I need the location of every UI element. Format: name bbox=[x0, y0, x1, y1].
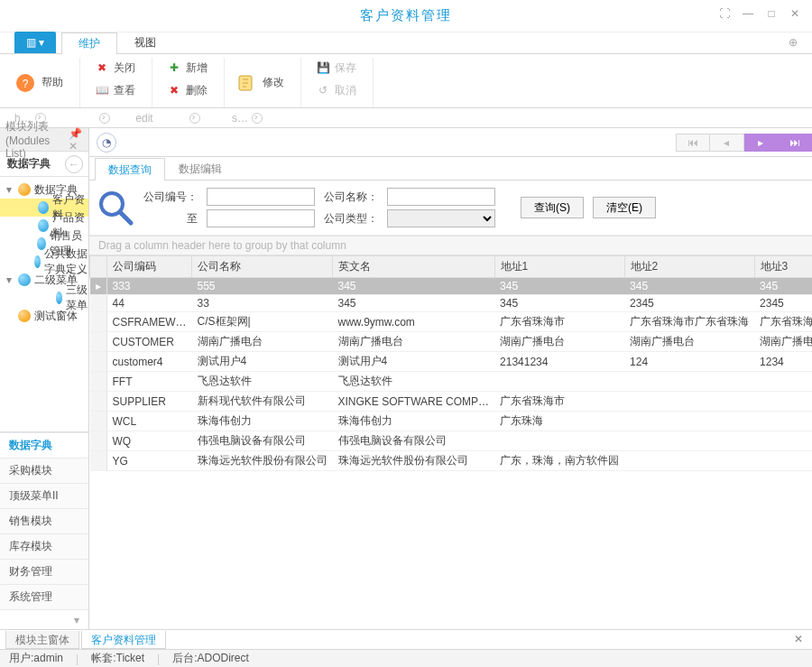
doc-tab-close-icon[interactable]: ✕ bbox=[794, 633, 803, 645]
ribbon-collapse-icon[interactable]: ⊕ bbox=[789, 36, 798, 49]
clear-button[interactable]: 清空(E) bbox=[593, 197, 656, 218]
maximize-button[interactable]: □ bbox=[760, 4, 783, 23]
tree-node[interactable]: 公共数据字典定义 bbox=[0, 253, 88, 271]
pin-icon[interactable]: 📌 ✕ bbox=[69, 127, 83, 153]
company-name-input[interactable] bbox=[387, 188, 495, 206]
cell[interactable]: 345 bbox=[333, 295, 495, 312]
sidebar-group[interactable]: 财务管理 bbox=[0, 559, 88, 584]
cell[interactable] bbox=[624, 431, 754, 451]
view-button[interactable]: 📖查看 bbox=[91, 80, 139, 100]
sidebar-more-button[interactable]: ▾ bbox=[0, 609, 88, 629]
ribbon-tab-maintain[interactable]: 维护 bbox=[61, 32, 117, 54]
cell[interactable]: 345 bbox=[624, 278, 754, 295]
cell[interactable]: 345 bbox=[754, 278, 812, 295]
sidebar-group[interactable]: 采购模块 bbox=[0, 458, 88, 483]
minimize-button[interactable]: — bbox=[736, 4, 760, 23]
cell[interactable]: 珠海伟创力 bbox=[333, 412, 495, 431]
cell[interactable]: 珠海远光软件股份有限公司 bbox=[192, 451, 333, 471]
cell[interactable]: WCL bbox=[106, 412, 192, 431]
cell[interactable] bbox=[624, 412, 754, 431]
cell[interactable]: 湖南广播电台 bbox=[192, 332, 333, 352]
column-header[interactable]: 公司名称 bbox=[192, 256, 333, 278]
cell[interactable]: 2345 bbox=[624, 295, 754, 312]
cell[interactable]: 珠海远光软件股份有限公司 bbox=[333, 451, 495, 471]
ribbon-file-button[interactable]: ▥ ▾ bbox=[14, 32, 56, 53]
cell[interactable]: 广东省珠海市广东省珠海 bbox=[624, 312, 754, 332]
table-row[interactable]: YG珠海远光软件股份有限公司珠海远光软件股份有限公司广东，珠海，南方软件园 bbox=[90, 451, 813, 471]
sidebar-group[interactable]: 数据字典 bbox=[0, 432, 88, 458]
cell[interactable]: 33 bbox=[192, 295, 333, 312]
cell[interactable]: C/S框架网| bbox=[192, 312, 333, 332]
table-row[interactable]: WCL珠海伟创力珠海伟创力广东珠海 bbox=[90, 412, 813, 431]
add-button[interactable]: ✚新增 bbox=[163, 58, 211, 78]
cell[interactable]: 广东省珠海 bbox=[754, 312, 812, 332]
cell[interactable] bbox=[754, 451, 812, 471]
cell[interactable]: 124 bbox=[624, 352, 754, 372]
nav-next-button[interactable]: ▸ bbox=[744, 134, 779, 152]
cell[interactable]: 新科现代软件有限公司 bbox=[192, 392, 333, 412]
launcher-icon[interactable] bbox=[252, 113, 263, 124]
help-button[interactable]: ? 帮助 bbox=[14, 72, 63, 94]
cell[interactable] bbox=[494, 431, 624, 451]
expand-icon[interactable]: ▾ bbox=[4, 183, 14, 196]
cell[interactable]: CSFRAMEW… bbox=[106, 312, 192, 332]
cell[interactable] bbox=[624, 392, 754, 412]
tree-node[interactable]: 测试窗体 bbox=[0, 307, 88, 325]
cell[interactable]: 湖南广播电台 bbox=[494, 332, 624, 352]
cell[interactable] bbox=[624, 451, 754, 471]
table-row[interactable]: CUSTOMER湖南广播电台湖南广播电台湖南广播电台湖南广播电台湖南广播电 bbox=[90, 332, 813, 352]
sidebar-group[interactable]: 销售模块 bbox=[0, 508, 88, 533]
cell[interactable]: 伟强电脑设备有限公司 bbox=[333, 431, 495, 451]
table-row[interactable]: SUPPLIER新科现代软件有限公司XINGKE SOFTWARE COMP…广… bbox=[90, 392, 813, 412]
table-row[interactable]: CSFRAMEW…C/S框架网|www.9ymw.com广东省珠海市广东省珠海市… bbox=[90, 312, 813, 332]
back-icon[interactable]: ← bbox=[65, 155, 83, 173]
cell[interactable]: 湖南广播电台 bbox=[624, 332, 754, 352]
cell[interactable]: 飞恩达软件 bbox=[333, 372, 495, 392]
cell[interactable]: FFT bbox=[106, 372, 192, 392]
cell[interactable]: XINGKE SOFTWARE COMP… bbox=[333, 392, 495, 412]
cell[interactable]: 飞恩达软件 bbox=[192, 372, 333, 392]
sidebar-group[interactable]: 库存模块 bbox=[0, 533, 88, 559]
cell[interactable] bbox=[754, 372, 812, 392]
close-button[interactable]: ✖关闭 bbox=[91, 58, 139, 78]
cell[interactable]: 345 bbox=[494, 278, 624, 295]
cell[interactable]: YG bbox=[106, 451, 192, 471]
company-code-from-input[interactable] bbox=[207, 188, 315, 206]
cell[interactable]: customer4 bbox=[106, 352, 192, 372]
column-header[interactable]: 地址3 bbox=[754, 256, 812, 278]
cell[interactable]: www.9ymw.com bbox=[333, 312, 495, 332]
launcher-icon[interactable] bbox=[189, 113, 200, 124]
tree-node[interactable]: 三级菜单 bbox=[0, 289, 88, 307]
cell[interactable]: 21341234 bbox=[494, 352, 624, 372]
focus-mode-icon[interactable]: ⛶ bbox=[713, 4, 736, 23]
cell[interactable]: 湖南广播电 bbox=[754, 332, 812, 352]
cell[interactable]: WQ bbox=[106, 431, 192, 451]
query-button[interactable]: 查询(S) bbox=[521, 197, 584, 218]
column-header[interactable]: 地址2 bbox=[624, 256, 754, 278]
cell[interactable]: 测试用户4 bbox=[333, 352, 495, 372]
sidebar-group[interactable]: 系统管理 bbox=[0, 584, 88, 609]
doc-tab-main[interactable]: 模块主窗体 bbox=[5, 631, 79, 649]
cell[interactable]: 555 bbox=[192, 278, 333, 295]
sidebar-group[interactable]: 顶级菜单II bbox=[0, 483, 88, 508]
data-grid[interactable]: 公司编码公司名称英文名地址1地址2地址3▸3335553453453453454… bbox=[89, 255, 812, 629]
ribbon-tab-view[interactable]: 视图 bbox=[117, 32, 173, 53]
cell[interactable] bbox=[754, 392, 812, 412]
cell[interactable]: 广东省珠海市 bbox=[494, 312, 624, 332]
doc-tab-customer[interactable]: 客户资料管理 bbox=[81, 631, 166, 649]
launcher-icon[interactable] bbox=[99, 113, 110, 124]
cell[interactable]: 345 bbox=[333, 278, 495, 295]
cell[interactable]: 1234 bbox=[754, 352, 812, 372]
cell[interactable] bbox=[494, 372, 624, 392]
nav-prev-button[interactable]: ◂ bbox=[710, 134, 744, 152]
table-row[interactable]: WQ伟强电脑设备有限公司伟强电脑设备有限公司 bbox=[90, 431, 813, 451]
company-type-select[interactable] bbox=[387, 209, 495, 227]
cell[interactable]: 2345 bbox=[754, 295, 812, 312]
cell[interactable] bbox=[754, 412, 812, 431]
cell[interactable]: 伟强电脑设备有限公司 bbox=[192, 431, 333, 451]
tab-data-edit[interactable]: 数据编辑 bbox=[165, 157, 235, 180]
cell[interactable]: 湖南广播电台 bbox=[333, 332, 495, 352]
group-by-hint[interactable]: Drag a column header here to group by th… bbox=[89, 236, 812, 255]
cell[interactable]: CUSTOMER bbox=[106, 332, 192, 352]
table-row[interactable]: 443334534523452345 bbox=[90, 295, 813, 312]
